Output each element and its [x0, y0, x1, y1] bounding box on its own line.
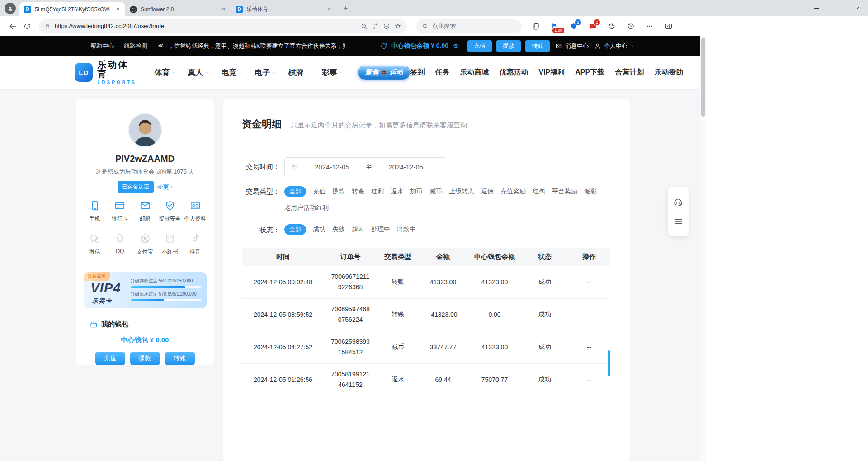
cell-amount: 33747.77: [419, 331, 467, 363]
tab-close-icon[interactable]: ×: [220, 5, 227, 13]
bind-alipay[interactable]: 支付宝: [134, 233, 156, 256]
extensions-puzzle-icon[interactable]: [605, 19, 618, 33]
type-pill[interactable]: 返佣: [481, 186, 494, 197]
type-pill[interactable]: 平台奖励: [552, 186, 577, 197]
shield-extension-icon[interactable]: 2: [567, 19, 580, 33]
type-pill[interactable]: 派彩: [584, 186, 597, 197]
nav-link[interactable]: 优惠活动: [499, 68, 528, 77]
type-pill[interactable]: 上级转入: [449, 186, 474, 197]
history-icon[interactable]: [624, 19, 637, 33]
type-pill[interactable]: 充值: [313, 186, 326, 197]
refresh-button[interactable]: [20, 19, 34, 33]
wallet-extension-icon[interactable]: 1.00: [548, 19, 561, 33]
customer-service-icon[interactable]: [673, 197, 683, 207]
bind-phone[interactable]: 手机: [84, 200, 106, 223]
bind-email[interactable]: 邮箱: [134, 200, 156, 223]
favorite-star-icon[interactable]: [394, 23, 401, 30]
zoom-out-icon[interactable]: [360, 23, 368, 30]
site-info-icon[interactable]: [44, 23, 51, 29]
sidebar-blank-pane: [706, 36, 868, 461]
bind-withdraw-security[interactable]: 提款安全: [159, 200, 181, 223]
bind-douyin[interactable]: 抖音: [184, 233, 207, 256]
new-tab-button[interactable]: [340, 2, 352, 14]
chat-extension-icon[interactable]: 1: [586, 19, 599, 33]
more-menu-icon[interactable]: [643, 19, 656, 33]
nav-link[interactable]: 签到: [410, 68, 425, 77]
topbar-transfer-button[interactable]: 转账: [525, 40, 550, 52]
type-pill[interactable]: 减币: [429, 186, 442, 197]
type-pill[interactable]: 老用户活动红利: [284, 202, 329, 213]
minimize-button[interactable]: [806, 0, 826, 16]
status-pill[interactable]: 超时: [352, 224, 364, 235]
browser-tab[interactable]: 乐动体育 ×: [231, 2, 337, 16]
nav-link[interactable]: VIP福利: [538, 68, 565, 77]
type-pill[interactable]: 全部: [284, 186, 306, 197]
menu-hamburger-icon[interactable]: [673, 216, 683, 226]
topbar-withdraw-button[interactable]: 提款: [496, 40, 521, 52]
browser-tab[interactable]: Sunflower 2.0 ×: [125, 2, 231, 16]
type-pill[interactable]: 提款: [332, 186, 345, 197]
date-from[interactable]: 2024-12-05: [298, 163, 366, 171]
nav-link[interactable]: 乐动商城: [460, 68, 489, 77]
menu-item[interactable]: 彩票: [321, 67, 343, 78]
maximize-button[interactable]: [826, 0, 847, 16]
personal-center-link[interactable]: 个人中心: [594, 42, 635, 50]
bind-xiaohongshu[interactable]: 小红书: [159, 233, 181, 256]
vip-card[interactable]: 当前等级 VIP4 乐宾卡 升级存款进度 567,029/150,000 升级流…: [84, 272, 207, 308]
bind-qq[interactable]: QQ: [108, 233, 131, 256]
tab-close-icon[interactable]: ×: [114, 5, 122, 13]
close-button[interactable]: [847, 0, 868, 16]
site-logo[interactable]: LD 乐动体育 LDSPORTS: [75, 60, 137, 85]
menu-item[interactable]: 棋牌: [288, 67, 310, 78]
nav-link[interactable]: APP下载: [575, 68, 604, 77]
menu-item[interactable]: 电竞: [221, 67, 243, 78]
page-scrollbar-thumb[interactable]: [701, 38, 705, 117]
type-pill[interactable]: 返水: [391, 186, 403, 197]
deposit-button[interactable]: 充值: [95, 352, 125, 365]
status-pill[interactable]: 出款中: [397, 224, 416, 235]
url-text[interactable]: https://www.ledong842.cc:2087/user/trade: [55, 23, 356, 29]
help-center-link[interactable]: 帮助中心: [90, 42, 114, 50]
browser-profile-avatar[interactable]: [5, 3, 16, 14]
back-button[interactable]: [5, 19, 20, 33]
tab-close-icon[interactable]: ×: [326, 5, 333, 13]
message-center-link[interactable]: 消息中心: [555, 42, 589, 50]
browser-tab[interactable]: 5LmQ5Yqo5L2T6IKyfOS5kOWKqC ×: [19, 2, 125, 16]
topbar-deposit-button[interactable]: 充值: [467, 40, 492, 52]
menu-item[interactable]: 真人: [188, 67, 209, 78]
nav-link[interactable]: 任务: [435, 68, 449, 77]
more-tools-icon[interactable]: [383, 23, 390, 30]
type-pill[interactable]: 红利: [371, 186, 384, 197]
type-pill[interactable]: 红包: [533, 186, 545, 197]
change-link[interactable]: 变更 ›: [157, 183, 173, 191]
type-pill[interactable]: 加币: [410, 186, 423, 197]
type-pill[interactable]: 转账: [352, 186, 364, 197]
menu-item[interactable]: 电子: [255, 67, 276, 78]
withdraw-button[interactable]: 提款: [130, 352, 160, 365]
transfer-button[interactable]: 转账: [165, 352, 195, 365]
collections-icon[interactable]: [529, 19, 542, 33]
status-pill[interactable]: 处理中: [371, 224, 390, 235]
nav-link[interactable]: 合营计划: [615, 68, 644, 77]
page-scrollbar[interactable]: [700, 36, 706, 461]
translate-icon[interactable]: [372, 23, 379, 30]
table-scrollbar-thumb[interactable]: [608, 350, 610, 376]
eye-icon[interactable]: [452, 42, 459, 50]
status-pill[interactable]: 成功: [313, 224, 326, 235]
refresh-balance-icon[interactable]: [380, 42, 387, 50]
date-range-picker[interactable]: 2024-12-05 至 2024-12-05: [284, 157, 446, 176]
menu-item[interactable]: 体育: [154, 67, 176, 78]
status-pill[interactable]: 失败: [332, 224, 345, 235]
sidebar-toggle-icon[interactable]: [662, 19, 675, 33]
type-pill[interactable]: 充值奖励: [500, 186, 526, 197]
address-bar[interactable]: https://www.ledong842.cc:2087/user/trade: [39, 19, 407, 33]
bind-wechat[interactable]: 微信: [84, 233, 106, 256]
browser-search-box[interactable]: 点此搜索: [416, 19, 522, 33]
nav-link[interactable]: 乐动赞助: [654, 68, 683, 77]
status-pill[interactable]: 全部: [284, 224, 306, 235]
date-to[interactable]: 2024-12-05: [373, 163, 440, 171]
focus-sports-button[interactable]: 聚焦 运动: [358, 66, 410, 80]
bind-bankcard[interactable]: 银行卡: [108, 200, 131, 223]
bind-personal-info[interactable]: 个人资料: [184, 200, 207, 223]
line-check-link[interactable]: 线路检测: [124, 42, 147, 50]
